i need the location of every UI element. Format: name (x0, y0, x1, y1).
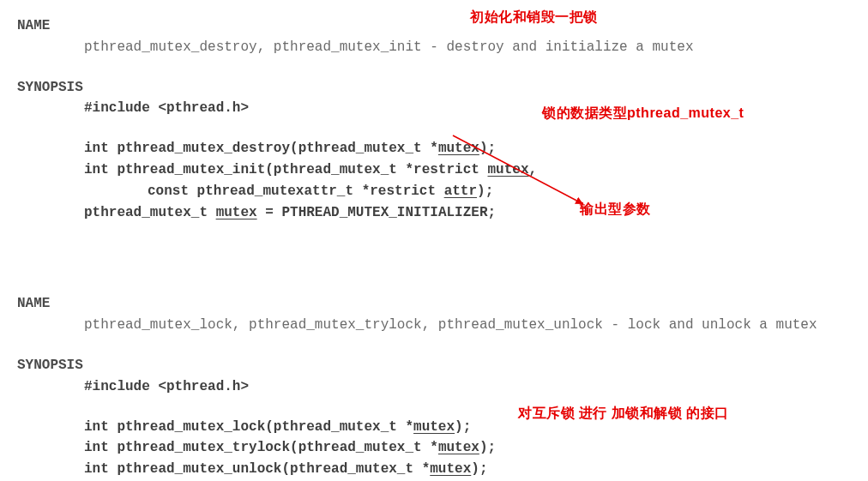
func-init-cont: const pthread_mutexattr_t *restrict attr… (17, 181, 851, 202)
func-init: int pthread_mutex_init(pthread_mutex_t *… (17, 159, 851, 181)
func-init-b: , (529, 162, 538, 177)
func-init-cont-a: const pthread_mutexattr_t *restrict (148, 183, 444, 199)
func-trylock-a: int pthread_mutex_trylock(pthread_mutex_… (84, 440, 438, 455)
func-destroy-b: ); (479, 141, 496, 156)
desc-line-1: pthread_mutex_destroy, pthread_mutex_ini… (17, 37, 851, 58)
func-destroy-a: int pthread_mutex_destroy(pthread_mutex_… (84, 141, 438, 156)
annotation-lock-unlock: 对互斥锁 进行 加锁和解锁 的接口 (518, 403, 729, 424)
section-synopsis-1: SYNOPSIS (17, 77, 851, 99)
static-u: mutex (216, 205, 257, 220)
func-lock-u: mutex (413, 419, 455, 435)
static-a: pthread_mutex_t (84, 205, 216, 220)
section-name-1: NAME (17, 15, 851, 37)
func-destroy-u: mutex (438, 141, 479, 156)
func-init-a: int pthread_mutex_init(pthread_mutex_t *… (84, 162, 487, 177)
static-initializer: pthread_mutex_t mutex = PTHREAD_MUTEX_IN… (17, 202, 851, 224)
func-unlock: int pthread_mutex_unlock(pthread_mutex_t… (17, 459, 851, 480)
func-trylock: int pthread_mutex_trylock(pthread_mutex_… (17, 437, 851, 459)
func-trylock-u: mutex (438, 440, 479, 455)
func-destroy: int pthread_mutex_destroy(pthread_mutex_… (17, 138, 851, 159)
func-unlock-a: int pthread_mutex_unlock(pthread_mutex_t… (84, 461, 430, 477)
section-synopsis-2: SYNOPSIS (17, 355, 851, 376)
section-name-2: NAME (17, 293, 851, 315)
annotation-output-param: 输出型参数 (580, 199, 651, 220)
func-lock-a: int pthread_mutex_lock(pthread_mutex_t * (84, 419, 413, 435)
desc-line-2: pthread_mutex_lock, pthread_mutex_tryloc… (17, 315, 851, 336)
include-2: #include <pthread.h> (17, 376, 851, 398)
func-init-cont-u: attr (444, 183, 477, 199)
func-lock-b: ); (455, 419, 471, 435)
annotation-init-destroy: 初始化和销毁一把锁 (470, 7, 598, 28)
func-trylock-b: ); (479, 440, 496, 455)
func-unlock-u: mutex (430, 461, 471, 477)
func-unlock-b: ); (471, 461, 487, 477)
func-init-u: mutex (487, 162, 528, 177)
annotation-datatype: 锁的数据类型pthread_mutex_t (542, 103, 744, 124)
static-b: = PTHREAD_MUTEX_INITIALIZER; (257, 205, 496, 220)
func-init-cont-b: ); (477, 183, 493, 199)
